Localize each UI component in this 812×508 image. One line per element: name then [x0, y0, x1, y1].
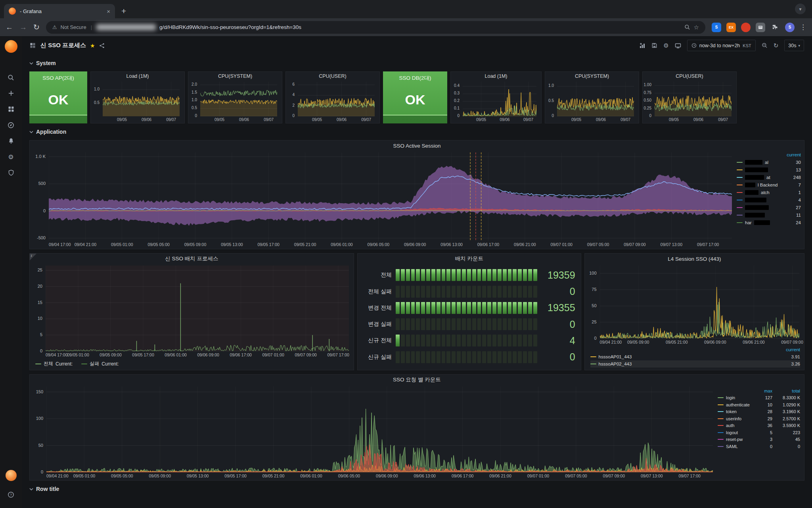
chart-canvas[interactable]: 1.0 K5000-500 [49, 152, 732, 241]
legend-item[interactable]: auth363.5900 K [718, 422, 800, 429]
legend-item[interactable]: login1278.3300 K [718, 394, 800, 402]
chart-canvas[interactable]: 1.000.750.500.250 [655, 82, 732, 116]
panel-title[interactable]: 배치 카운트 [358, 254, 581, 264]
reload-button[interactable]: ↻ [33, 23, 40, 31]
plot-area[interactable]: 252015105009/04 17:0009/05 01:0009/05 09… [30, 264, 354, 359]
plot-area[interactable]: 1.00.509/0509/0609/07 [91, 80, 184, 123]
gauge-bar[interactable] [396, 351, 537, 363]
panel-title[interactable]: CPU(USER) [286, 72, 379, 80]
legend-item[interactable]: 13 [737, 166, 801, 173]
refresh-interval-dropdown[interactable]: 30s ▾ [784, 40, 804, 51]
gauge-bar[interactable] [396, 286, 537, 298]
zoom-page-icon[interactable] [684, 24, 690, 30]
extensions-puzzle-icon[interactable] [770, 23, 780, 32]
gauge-bar[interactable] [396, 335, 537, 346]
chart-canvas[interactable]: 1.00.50 [557, 82, 634, 116]
panel-title[interactable]: SSO AP(2대) [29, 75, 87, 82]
new-tab-button[interactable]: + [121, 7, 126, 15]
share-icon[interactable] [99, 43, 105, 48]
legend-item[interactable]: 4 [737, 196, 801, 204]
dashboards-icon[interactable] [3, 101, 19, 117]
legend-item[interactable]: l Backend7 [737, 181, 801, 189]
gauge-bar[interactable] [396, 269, 537, 281]
address-bar[interactable]: ⚠ Not Secure | g/d/HBdRKd9Wk/sin-sso-peu… [46, 21, 705, 34]
legend-item[interactable]: 실패Current: [81, 360, 125, 368]
time-range-picker[interactable]: now-3d to now+2h KST [687, 40, 756, 51]
legend-item[interactable]: at248 [737, 173, 801, 181]
plot-area[interactable]: 1.0 K5000-50009/04 17:0009/04 21:0009/05… [30, 151, 737, 249]
explore-compass-icon[interactable] [3, 117, 19, 133]
legend-item[interactable]: 전체Current: [35, 360, 79, 368]
plot-area[interactable]: 1.000.750.500.25009/0509/0609/07 [643, 80, 736, 123]
legend-item[interactable]: logout5223 [718, 429, 800, 436]
plot-area[interactable]: 642009/0509/0609/07 [286, 80, 379, 123]
chart-canvas[interactable]: 1007550250 [600, 266, 799, 339]
row-header-system[interactable]: System [29, 59, 804, 67]
bookmark-star-icon[interactable]: ☆ [694, 24, 699, 31]
chart-canvas[interactable]: 0.40.30.20.10 [463, 82, 536, 116]
plot-area[interactable]: 0.40.30.20.1009/0509/0609/07 [451, 80, 541, 123]
chart-canvas[interactable]: 2520151050 [46, 266, 349, 351]
legend-item[interactable]: hsssoAP01_4433.91 [590, 353, 800, 360]
extension-card-icon[interactable] [756, 23, 765, 32]
chart-canvas[interactable]: 6420 [298, 82, 375, 116]
plot-area[interactable]: 1.00.5009/0509/0609/07 [545, 80, 639, 123]
chart-canvas[interactable]: 2.01.51.00.50 [200, 82, 277, 116]
configuration-gear-icon[interactable]: ⚙ [3, 149, 19, 165]
tab-close-icon[interactable]: × [107, 8, 110, 15]
refresh-icon[interactable]: ↻ [774, 42, 779, 49]
browser-tab[interactable]: - Grafana × [4, 4, 115, 18]
gauge-bar[interactable] [396, 318, 537, 330]
grafana-logo-icon[interactable] [5, 40, 17, 53]
legend-item[interactable]: SAML00 [718, 443, 800, 450]
panel-title[interactable]: SSO 요청 별 카운트 [30, 375, 804, 385]
tab-search-chevron-icon[interactable]: ▾ [795, 4, 806, 14]
legend-item[interactable]: al30 [737, 158, 801, 166]
panel-title[interactable]: CPU(SYSTEM) [545, 72, 639, 80]
legend-item[interactable]: hsssoAP02_4433.26 [590, 360, 800, 368]
forward-button[interactable]: → [19, 23, 27, 31]
panel-title[interactable]: SSO DB(2대) [383, 75, 447, 82]
panel-title[interactable]: 신 SSO 배치 프로세스 [30, 254, 354, 264]
legend-item[interactable]: 11 [737, 211, 801, 219]
legend-item[interactable]: har24 [737, 219, 801, 226]
server-admin-shield-icon[interactable] [3, 165, 19, 181]
plot-area[interactable]: 15010050009/04 21:0009/05 01:0009/05 05:… [30, 385, 718, 480]
back-button[interactable]: ← [6, 23, 13, 31]
create-plus-icon[interactable] [3, 85, 19, 101]
legend-item[interactable]: userinfo292.5700 K [718, 415, 800, 422]
dashboard-title[interactable]: 신 SSO 프로세스 [40, 42, 86, 49]
legend-item[interactable]: atch1 [737, 189, 801, 196]
extension-s-icon[interactable]: S [712, 23, 721, 32]
plot-area[interactable]: 100755025009/04 21:0009/05 09:0009/05 21… [585, 264, 804, 346]
add-panel-icon[interactable] [639, 42, 645, 49]
chart-canvas[interactable]: 1.00.5 [103, 82, 180, 116]
user-avatar[interactable] [6, 470, 17, 481]
dashboard-settings-gear-icon[interactable]: ⚙ [663, 42, 668, 49]
gauge-bar[interactable] [396, 302, 537, 314]
row-header-bottom[interactable]: Row title [29, 485, 804, 493]
extension-ex-icon[interactable]: EX [726, 23, 736, 32]
panel-title[interactable]: Load (1M) [91, 72, 184, 80]
search-icon[interactable] [3, 69, 19, 85]
help-icon[interactable]: ? [3, 487, 19, 502]
panel-title[interactable]: Load (1M) [451, 72, 541, 80]
panel-title[interactable]: L4 Session SSO (443) [585, 254, 804, 264]
plot-area[interactable]: 2.01.51.00.5009/0509/0609/07 [188, 80, 282, 123]
favorite-star-icon[interactable]: ★ [90, 42, 95, 49]
panel-title[interactable]: CPU(USER) [643, 72, 736, 80]
panel-title[interactable]: SSO Active Session [30, 140, 804, 151]
legend-item[interactable]: token283.1960 K [718, 408, 800, 416]
panel-info-corner-icon[interactable]: i [30, 254, 36, 260]
legend-item[interactable]: authenticate101.0290 K [718, 401, 800, 408]
tv-mode-icon[interactable] [675, 42, 681, 49]
alerting-bell-icon[interactable] [3, 133, 19, 149]
row-header-application[interactable]: Application [29, 127, 804, 136]
legend-item[interactable]: 27 [737, 204, 801, 211]
panel-title[interactable]: CPU(SYSTEM) [188, 72, 282, 80]
extension-orange-icon[interactable] [741, 23, 751, 32]
browser-menu-icon[interactable]: ⋮ [800, 23, 806, 31]
zoom-out-icon[interactable] [762, 42, 768, 48]
profile-avatar[interactable]: S [785, 23, 795, 32]
legend-item[interactable]: reset-pw345 [718, 436, 800, 443]
